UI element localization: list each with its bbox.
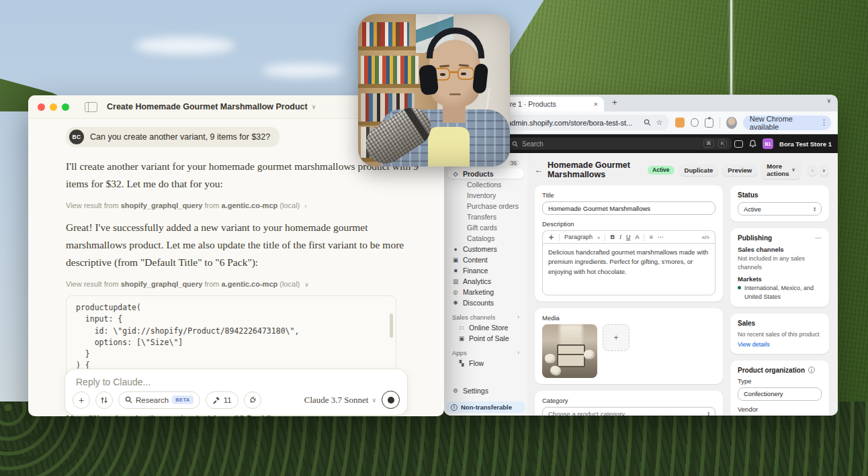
product-image[interactable] bbox=[542, 324, 597, 378]
tools-sliders-button[interactable] bbox=[95, 391, 113, 409]
sidebar-item[interactable]: ✱ Discounts bbox=[447, 297, 524, 307]
non-transferable-notice[interactable]: i Non-transferable bbox=[446, 401, 525, 413]
tool-result-prefix: View result from bbox=[66, 280, 119, 288]
type-input[interactable]: Confectionery bbox=[738, 387, 822, 401]
chrome-update-label: New Chrome available bbox=[750, 115, 816, 131]
publishing-menu-icon[interactable]: ⋯ bbox=[815, 234, 822, 242]
sidebar-item-icon: ◇ bbox=[452, 171, 459, 177]
paragraph-style-dropdown[interactable]: Paragraph bbox=[564, 234, 593, 240]
back-arrow-icon[interactable]: ← bbox=[535, 165, 543, 175]
sidebar-item[interactable]: ▥ Analytics bbox=[447, 276, 524, 286]
title-input[interactable]: Homemade Gourmet Marshmallows bbox=[542, 201, 715, 215]
more-actions-button[interactable]: More actions ∨ bbox=[761, 160, 800, 179]
admin-search-input[interactable]: Search ⌘ K bbox=[507, 138, 732, 150]
publishing-card: Publishing ⋯ Sales channels Not included… bbox=[730, 228, 829, 307]
profile-avatar[interactable] bbox=[726, 117, 737, 129]
close-window-button[interactable] bbox=[38, 103, 45, 111]
sidebar-item-label: Analytics bbox=[463, 277, 491, 285]
stepper-icon: ▴▾ bbox=[707, 411, 709, 416]
research-button[interactable]: Research BETA bbox=[118, 391, 200, 409]
add-media-button[interactable]: + bbox=[603, 324, 630, 351]
duplicate-button[interactable]: Duplicate bbox=[679, 164, 719, 176]
sidebar-item[interactable]: Collections bbox=[447, 179, 524, 189]
type-label: Type bbox=[738, 377, 822, 385]
scrollbar-thumb[interactable] bbox=[390, 314, 393, 338]
new-tab-button[interactable]: + bbox=[612, 97, 617, 107]
tool-result-row[interactable]: View result from shopify_graphql_query f… bbox=[66, 280, 444, 288]
sidebar-item-label: Products bbox=[463, 170, 494, 178]
tab-close-icon[interactable]: × bbox=[594, 100, 598, 108]
store-avatar[interactable]: B1 bbox=[763, 138, 773, 149]
status-select[interactable]: Active ▴▾ bbox=[738, 202, 822, 216]
tool-result-row[interactable]: View result from shopify_graphql_query f… bbox=[66, 201, 444, 209]
text-color-button[interactable]: A bbox=[635, 234, 639, 240]
address-bar[interactable]: admin.shopify.com/store/bora-test-st... … bbox=[488, 115, 669, 130]
chevron-down-icon: ∨ bbox=[372, 397, 376, 403]
sidebar-item[interactable]: Purchase orders bbox=[447, 201, 524, 211]
preview-button[interactable]: Preview bbox=[722, 164, 757, 176]
sidebar-item[interactable]: ▣ Point of Sale bbox=[447, 333, 524, 343]
title-description-card: Title Homemade Gourmet Marshmallows Desc… bbox=[535, 185, 723, 301]
store-name[interactable]: Bora Test Store 1 bbox=[779, 140, 832, 148]
sidebar-item[interactable]: ▚ Flow bbox=[447, 358, 524, 368]
code-view-button[interactable]: </> bbox=[701, 234, 709, 240]
sidebar-item-label: Catalogs bbox=[467, 234, 494, 242]
waterfall bbox=[730, 0, 732, 101]
category-select[interactable]: Choose a product category ▴▾ bbox=[542, 407, 715, 416]
store-switcher-icon[interactable] bbox=[734, 140, 743, 148]
sidebar-item[interactable]: Transfers bbox=[447, 211, 524, 222]
bold-button[interactable]: B bbox=[610, 234, 615, 240]
reply-composer[interactable]: Reply to Claude... + Research BETA 11 bbox=[64, 369, 408, 416]
sidebar-item[interactable]: ● Customers bbox=[447, 244, 524, 254]
stop-button[interactable] bbox=[382, 391, 400, 409]
conversation-title[interactable]: Create Homemade Gourmet Marshmallow Prod… bbox=[107, 102, 308, 111]
minimize-window-button[interactable] bbox=[50, 103, 57, 111]
sidebar-item[interactable]: Gift cards bbox=[447, 222, 524, 232]
sidebar-item-label: Customers bbox=[463, 245, 497, 253]
bookmark-star-icon[interactable]: ☆ bbox=[656, 118, 662, 127]
sidebar-item[interactable]: Catalogs bbox=[447, 233, 524, 243]
search-icon bbox=[125, 396, 132, 403]
sidebar-item-settings[interactable]: ⚙ Settings bbox=[447, 385, 524, 395]
magic-wand-icon[interactable] bbox=[548, 234, 554, 240]
zoom-window-button[interactable] bbox=[62, 103, 69, 111]
k-key: K bbox=[718, 140, 727, 148]
view-details-link[interactable]: View details bbox=[738, 341, 822, 348]
sidebar-item[interactable]: Apps › bbox=[447, 348, 524, 357]
sidebar-item[interactable]: □ Online Store bbox=[447, 322, 524, 332]
sidebar-item[interactable]: Inventory bbox=[447, 190, 524, 200]
sidebar-item-label: Purchase orders bbox=[467, 202, 519, 210]
search-icon[interactable] bbox=[644, 119, 651, 126]
toolbar-divider bbox=[720, 117, 720, 128]
attach-button[interactable]: + bbox=[73, 391, 90, 409]
reply-input[interactable]: Reply to Claude... bbox=[65, 369, 407, 387]
sidebar-item-label: Apps bbox=[452, 349, 467, 356]
cloud bbox=[262, 64, 343, 77]
extension-icon[interactable] bbox=[691, 118, 699, 127]
next-product-button[interactable]: › bbox=[819, 164, 829, 176]
sidebar-item[interactable]: ◇ Products bbox=[447, 169, 524, 179]
tab-search-chevron-icon[interactable]: ∨ bbox=[826, 97, 831, 104]
sidebar-item-icon: ▣ bbox=[452, 256, 459, 263]
sidebar-item[interactable]: ◎ Marketing bbox=[447, 287, 524, 297]
sidebar-item[interactable]: Sales channels › bbox=[447, 312, 524, 322]
underline-button[interactable]: U bbox=[626, 234, 631, 240]
chrome-update-button[interactable]: New Chrome available ⋮ bbox=[743, 115, 831, 130]
model-selector[interactable]: Claude 3.7 Sonnet ∨ bbox=[304, 395, 376, 406]
sidebar-item[interactable]: ▣ Content bbox=[447, 254, 524, 265]
toolbar-more-button[interactable]: ⋯ bbox=[658, 234, 664, 240]
notifications-bell-icon[interactable] bbox=[749, 140, 756, 148]
mcp-tools-button[interactable]: 11 bbox=[206, 391, 238, 409]
extension-icon[interactable] bbox=[675, 117, 685, 128]
extensions-puzzle-icon[interactable] bbox=[705, 118, 713, 128]
description-editor[interactable]: Delicious handcrafted gourmet marshmallo… bbox=[542, 243, 715, 295]
sidebar-item-icon: ▣ bbox=[458, 335, 465, 342]
browser-menu-icon[interactable]: ⋮ bbox=[820, 118, 828, 127]
hammer-icon bbox=[212, 396, 220, 404]
prev-product-button[interactable]: ‹ bbox=[808, 164, 818, 176]
italic-button[interactable]: I bbox=[619, 234, 621, 240]
align-button[interactable]: ≡ bbox=[649, 234, 652, 240]
sidebar-item[interactable]: ■ Finance bbox=[447, 265, 524, 275]
connectors-button[interactable] bbox=[244, 391, 261, 409]
sidebar-toggle-icon[interactable] bbox=[85, 102, 97, 112]
